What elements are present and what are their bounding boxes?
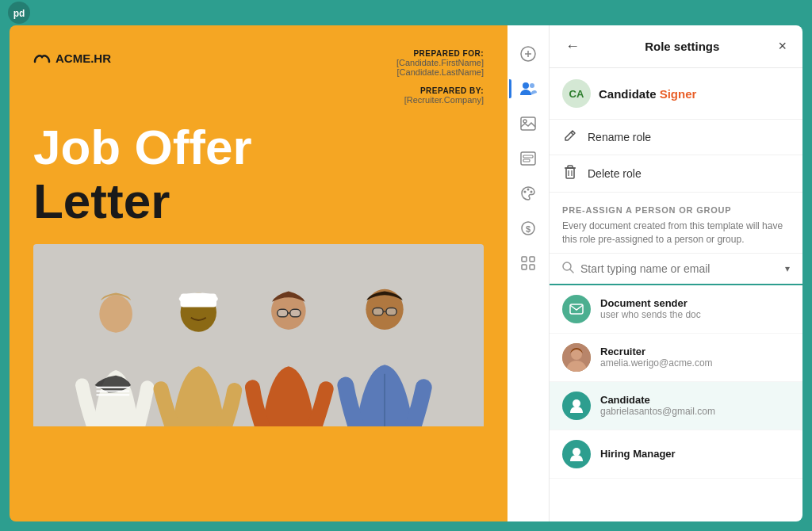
close-button[interactable]: × (775, 36, 790, 56)
hiring-mgr-name: Hiring Manager (600, 448, 676, 460)
grid-button[interactable] (512, 247, 544, 279)
doc-sender-name: Document sender (600, 297, 701, 309)
doc-logo-text: ACME.HR (56, 52, 111, 65)
svg-rect-12 (290, 310, 301, 317)
recruiter-email: amelia.werigo@acme.com (600, 357, 713, 369)
sidebar-icons: $ (508, 25, 549, 521)
role-candidate-text: Candidate (599, 87, 660, 101)
hiring-mgr-info: Hiring Manager (600, 448, 676, 460)
recruiter-avatar (562, 343, 591, 372)
search-row: ▾ (550, 254, 802, 285)
candidate-avatar (562, 392, 591, 420)
role-avatar: CA (562, 79, 591, 108)
svg-rect-27 (523, 155, 533, 158)
list-item[interactable]: Hiring Manager (550, 430, 802, 479)
svg-point-30 (527, 189, 530, 191)
svg-line-38 (571, 132, 573, 135)
candidate-name: Candidate (600, 394, 715, 406)
panel-header: ← Role settings × (550, 25, 802, 68)
role-name-row: CA Candidate Signer (550, 68, 802, 120)
svg-point-3 (99, 296, 132, 333)
svg-point-25 (523, 120, 527, 123)
dropdown-icon: ▾ (785, 263, 790, 274)
doc-prepared-info: PREPARED FOR: [Candidate.FirstName] [Can… (396, 49, 484, 105)
list-item[interactable]: Recruiter amelia.werigo@acme.com (550, 334, 802, 382)
svg-rect-24 (521, 117, 535, 130)
candidate-first: [Candidate.FirstName] (396, 58, 484, 67)
doc-title-line1: Job Offer (33, 120, 252, 174)
svg-rect-9 (181, 294, 216, 308)
prepared-by-label: PREPARED BY: (396, 86, 484, 95)
preassign-section: PRE-ASSIGN A PERSON OR GROUP Every docum… (550, 193, 802, 254)
candidate-last: [Candidate.LastName] (396, 67, 484, 77)
image-button[interactable] (512, 108, 544, 139)
prepared-for-label: PREPARED FOR: (396, 49, 484, 58)
svg-rect-37 (530, 265, 534, 269)
role-list: Document sender user who sends the doc (550, 285, 802, 521)
panel-title: Role settings (589, 40, 775, 53)
rename-icon (562, 129, 578, 145)
search-icon (562, 262, 574, 276)
doc-sender-sub: user who sends the doc (600, 309, 701, 320)
svg-rect-43 (570, 304, 583, 314)
svg-point-31 (530, 191, 533, 193)
doc-header: ACME.HR PREPARED FOR: [Candidate.FirstNa… (33, 49, 484, 105)
hiring-mgr-avatar (562, 440, 591, 468)
add-button[interactable] (512, 38, 544, 70)
svg-point-46 (573, 399, 580, 407)
list-item[interactable]: Candidate gabrielasantos@gmail.com (550, 382, 802, 430)
doc-logo: ACME.HR (33, 49, 111, 67)
svg-point-14 (366, 289, 403, 330)
search-input[interactable] (580, 262, 779, 275)
document-preview: ACME.HR PREPARED FOR: [Candidate.FirstNa… (10, 25, 508, 521)
svg-rect-17 (386, 308, 396, 315)
role-settings-panel: ← Role settings × CA Candidate Signer Re… (549, 25, 802, 521)
svg-rect-34 (522, 257, 527, 262)
doc-sender-info: Document sender user who sends the doc (600, 297, 701, 320)
palette-button[interactable] (512, 178, 544, 209)
svg-rect-26 (521, 152, 535, 165)
svg-point-47 (573, 448, 580, 456)
role-signer-text: Signer (660, 87, 697, 101)
delete-label: Delete role (588, 167, 642, 180)
svg-rect-36 (522, 265, 527, 269)
main-area: ACME.HR PREPARED FOR: [Candidate.FirstNa… (10, 25, 802, 521)
role-name: Candidate Signer (599, 87, 696, 101)
svg-rect-28 (523, 159, 530, 162)
fields-button[interactable] (512, 143, 544, 174)
recruiter-company: [Recruiter.Company] (396, 95, 484, 105)
rename-label: Rename role (588, 131, 651, 143)
svg-text:$: $ (526, 224, 530, 234)
people-button[interactable] (512, 73, 544, 105)
svg-rect-16 (373, 308, 383, 315)
recruiter-info: Recruiter amelia.werigo@acme.com (600, 346, 713, 369)
candidate-email: gabrielasantos@gmail.com (600, 406, 715, 417)
back-button[interactable]: ← (562, 36, 583, 56)
svg-rect-11 (278, 310, 288, 317)
svg-point-23 (530, 83, 534, 88)
doc-sender-avatar (562, 295, 591, 323)
preassign-desc: Every document created from this templat… (562, 220, 790, 246)
top-bar: pd (0, 0, 812, 25)
recruiter-name: Recruiter (600, 346, 713, 357)
doc-title: Job Offer Letter (33, 120, 484, 228)
app-logo: pd (8, 2, 30, 24)
delete-role-item[interactable]: Delete role (550, 155, 802, 193)
svg-line-42 (570, 269, 573, 273)
delete-icon (562, 165, 578, 182)
list-item[interactable]: Document sender user who sends the doc (550, 285, 802, 334)
candidate-info: Candidate gabrielasantos@gmail.com (600, 394, 715, 417)
logo-icon (33, 49, 51, 67)
svg-text:pd: pd (13, 8, 25, 19)
doc-title-line2: Letter (33, 174, 170, 228)
preassign-title: PRE-ASSIGN A PERSON OR GROUP (562, 205, 790, 215)
doc-photo (33, 244, 484, 426)
svg-point-22 (523, 82, 529, 89)
rename-role-item[interactable]: Rename role (550, 120, 802, 155)
dollar-button[interactable]: $ (512, 212, 544, 244)
svg-point-29 (524, 191, 527, 193)
svg-rect-35 (530, 257, 534, 262)
